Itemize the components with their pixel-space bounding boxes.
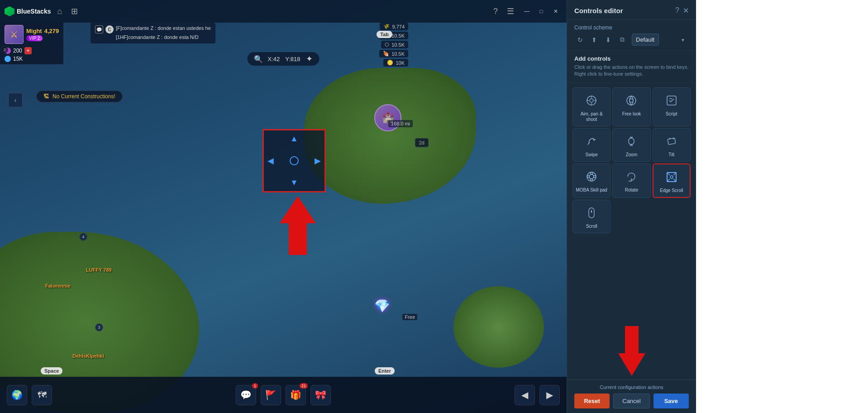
hud-gift-button[interactable]: 🎁 21: [286, 385, 306, 405]
add-controls-title: Add controls: [574, 55, 689, 62]
chat-spacer: [95, 34, 103, 40]
panel-close-icon[interactable]: ✕: [683, 6, 689, 15]
arrow-shaft: [289, 223, 307, 255]
crystal-cluster: 💎: [374, 298, 390, 313]
svg-point-7: [630, 99, 633, 102]
scroll-widget[interactable]: ▲ ▼ ◀ ▶: [262, 129, 326, 192]
control-script[interactable]: Script: [653, 87, 691, 126]
control-zoom[interactable]: Zoom: [612, 128, 650, 162]
vip-badge: VIP 2: [26, 35, 43, 41]
panel-help-icon[interactable]: ?: [675, 6, 679, 15]
edge-scroll-label: Edge Scroll: [660, 188, 683, 193]
svg-rect-12: [668, 138, 676, 144]
chat-area: 💬 C [F]comandante Z : donde estan ustede…: [91, 23, 215, 43]
scroll-center-dot: [290, 156, 299, 165]
terrain-land-right2: [453, 286, 544, 368]
control-scheme-select[interactable]: Default: [632, 34, 659, 46]
control-tilt[interactable]: Tilt: [653, 128, 691, 162]
scheme-upload-button[interactable]: ⬆: [588, 34, 600, 46]
control-swipe[interactable]: Swipe: [572, 128, 610, 162]
hud-misc-button[interactable]: 🎀: [310, 385, 331, 405]
enter-keybind: Enter: [375, 367, 395, 375]
svg-point-16: [589, 174, 594, 179]
hud-nav-right[interactable]: ▶: [539, 385, 560, 405]
might-label: Might: [26, 28, 42, 34]
hud-nav-left[interactable]: ◀: [515, 385, 535, 405]
control-aim-pan-shoot[interactable]: Aim, pan & shoot: [572, 87, 610, 126]
rotate-icon: [623, 168, 639, 185]
script-icon: [663, 92, 680, 109]
minimize-button[interactable]: —: [520, 5, 533, 18]
moba-svg: [585, 170, 598, 183]
swipe-svg: [585, 135, 598, 148]
hud-flag-button[interactable]: 🚩: [261, 385, 281, 405]
tilt-icon: [663, 133, 680, 149]
moba-icon: [583, 168, 600, 185]
control-rotate[interactable]: Rotate: [612, 163, 650, 198]
crosshair-svg: [585, 94, 598, 107]
left-arrow-button[interactable]: ‹: [8, 93, 23, 107]
scheme-download-button[interactable]: ⬇: [602, 34, 614, 46]
gift-badge-count: 21: [300, 383, 308, 389]
panel-title: Controls editor: [574, 7, 623, 14]
scroll-arrow-right: ▶: [315, 156, 321, 166]
hud-globe-button[interactable]: 🌍: [7, 385, 27, 405]
hud-map-button[interactable]: 🗺: [32, 385, 52, 405]
might-value: 4,279: [44, 28, 59, 34]
control-edge-scroll[interactable]: Edge Scroll: [653, 163, 691, 198]
player-level-badge: 2: [1, 46, 8, 53]
grid-icon[interactable]: ⊞: [68, 6, 81, 16]
reset-button[interactable]: Reset: [574, 394, 610, 408]
resource-lightning: 15K: [5, 56, 59, 62]
scheme-refresh-button[interactable]: ↻: [574, 34, 586, 46]
game-viewport[interactable]: BlueStacks ⌂ ⊞ ? ☰ — □ ✕ ⚔ Might 4,279 V…: [0, 0, 567, 413]
level-badge-3: 3: [95, 323, 103, 331]
add-resource-button[interactable]: +: [24, 47, 32, 54]
map-toggle-2d[interactable]: 2d: [415, 138, 429, 147]
scheme-icon-group: ↻ ⬆ ⬇ ⧉: [574, 34, 628, 46]
tab-keybind: Tab: [377, 31, 392, 38]
might-display: Might 4,279: [26, 28, 59, 34]
player-avatar: ⚔: [5, 25, 24, 44]
scheme-copy-button[interactable]: ⧉: [616, 34, 628, 46]
bottom-hud: 🌍 🗺 💬 1 🚩 🎁 21 🎀 ◀ ▶: [0, 377, 567, 413]
home-icon[interactable]: ⌂: [54, 7, 65, 16]
chat-text-2: [1HF]comandante Z : donde esta N/D: [116, 34, 199, 40]
swipe-label: Swipe: [586, 152, 598, 158]
current-config-label: Current configuration actions: [574, 384, 689, 390]
help-icon[interactable]: ?: [491, 7, 501, 16]
control-free-look[interactable]: Free look: [612, 87, 650, 126]
svg-point-1: [590, 99, 593, 102]
maximize-button[interactable]: □: [535, 5, 548, 18]
controls-editor-panel: Controls editor ? ✕ Control scheme ↻ ⬆ ⬇…: [567, 0, 696, 413]
search-icon: 🔍: [254, 55, 262, 63]
scroll-icon: [583, 205, 600, 221]
map-distance-label: 168.0 mi: [388, 120, 413, 127]
hud-chat-button[interactable]: 💬 1: [236, 385, 256, 405]
zoom-svg: [625, 135, 638, 148]
script-label: Script: [666, 111, 677, 117]
control-scroll[interactable]: Scroll: [572, 200, 610, 233]
menu-icon[interactable]: ☰: [504, 6, 517, 16]
cancel-button[interactable]: Cancel: [613, 394, 649, 408]
close-button[interactable]: ✕: [549, 5, 562, 18]
svg-point-6: [627, 96, 636, 105]
bluestacks-logo-icon: [5, 6, 14, 16]
rotate-label: Rotate: [625, 187, 638, 193]
coin-icon: 🪙: [387, 60, 393, 66]
zoom-icon: [623, 133, 639, 149]
panel-red-arrow: [567, 326, 696, 376]
construction-text: No Current Constructions!: [52, 93, 115, 100]
svg-point-15: [587, 172, 596, 181]
free-label: Free: [402, 314, 417, 320]
freelook-svg: [625, 94, 638, 107]
action-buttons: Reset Cancel Save: [574, 394, 689, 408]
right-res-stone: ⬡ 10.5K: [381, 41, 408, 48]
scroll-widget-inner: ▲ ▼ ◀ ▶: [264, 130, 324, 191]
aim-pan-shoot-label: Aim, pan & shoot: [575, 111, 608, 122]
controls-grid: Aim, pan & shoot Free look S: [567, 83, 696, 238]
script-svg: [665, 94, 678, 107]
control-moba-skill-pad[interactable]: MOBA Skill pad: [572, 163, 610, 198]
save-button[interactable]: Save: [653, 394, 689, 408]
zoom-label: Zoom: [626, 152, 638, 158]
